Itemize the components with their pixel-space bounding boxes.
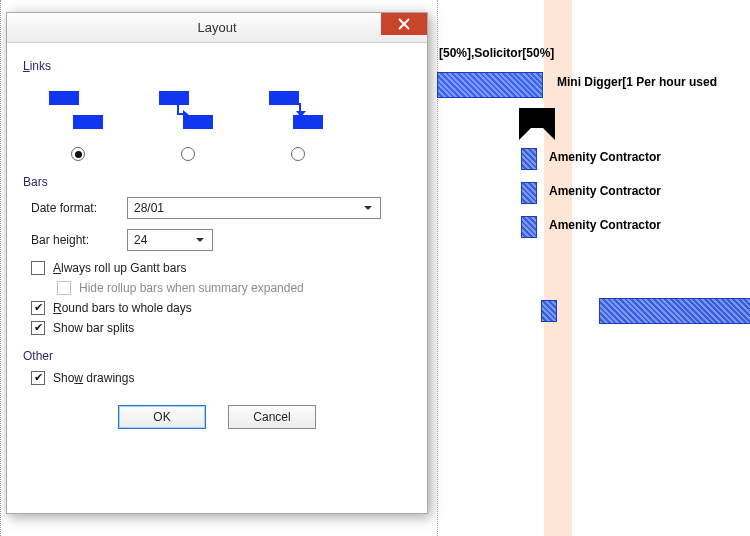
checkbox-icon: [31, 301, 45, 315]
link-style-preview-icon: [153, 85, 223, 133]
checkbox-label: Show drawings: [53, 371, 134, 385]
gantt-task-bar[interactable]: [599, 298, 750, 324]
link-style-preview-icon: [263, 85, 333, 133]
gantt-task-bar[interactable]: [437, 72, 543, 98]
checkbox-label: Show bar splits: [53, 321, 134, 335]
gantt-task-bar[interactable]: [521, 182, 537, 204]
bar-height-select[interactable]: 24: [127, 229, 213, 251]
gantt-assignment-label: [50%],Solicitor[50%]: [439, 46, 554, 60]
link-style-radio[interactable]: [181, 147, 195, 161]
checkbox-icon: [31, 261, 45, 275]
date-format-select[interactable]: 28/01: [127, 197, 381, 219]
checkbox-icon: [31, 371, 45, 385]
gantt-summary-marker[interactable]: [519, 108, 555, 128]
checkbox-label: Hide rollup bars when summary expanded: [79, 281, 304, 295]
checkbox-icon: [31, 321, 45, 335]
dialog-title: Layout: [7, 20, 427, 35]
close-icon: [398, 18, 410, 30]
chevron-down-icon: [360, 203, 376, 213]
section-header-other: Other: [23, 349, 411, 363]
checkbox-label: Always roll up Gantt bars: [53, 261, 186, 275]
checkbox-round-bars[interactable]: Round bars to whole days: [31, 301, 411, 315]
gantt-task-bar[interactable]: [541, 300, 557, 322]
link-style-option-2[interactable]: [153, 85, 223, 161]
checkbox-always-rollup[interactable]: Always roll up Gantt bars: [31, 261, 411, 275]
checkbox-show-drawings[interactable]: Show drawings: [31, 371, 411, 385]
bar-height-label: Bar height:: [31, 233, 117, 247]
section-header-bars: Bars: [23, 175, 411, 189]
gantt-task-label: Amenity Contractor: [549, 184, 661, 198]
date-format-label: Date format:: [31, 201, 117, 215]
link-style-option-1[interactable]: [43, 85, 113, 161]
cancel-button[interactable]: Cancel: [228, 405, 316, 429]
bar-height-value: 24: [134, 233, 192, 247]
link-style-radio[interactable]: [71, 147, 85, 161]
checkbox-icon: [57, 281, 71, 295]
link-style-radio[interactable]: [291, 147, 305, 161]
link-style-preview-icon: [43, 85, 113, 133]
dialog-titlebar[interactable]: Layout: [7, 13, 427, 43]
link-style-options: [23, 81, 411, 169]
button-label: OK: [153, 410, 170, 424]
checkbox-hide-rollup: Hide rollup bars when summary expanded: [57, 281, 411, 295]
chevron-down-icon: [192, 235, 208, 245]
gantt-task-label: Amenity Contractor: [549, 218, 661, 232]
gantt-task-bar[interactable]: [521, 148, 537, 170]
button-label: Cancel: [253, 410, 290, 424]
date-format-value: 28/01: [134, 201, 360, 215]
gantt-task-label: Mini Digger[1 Per hour used: [557, 75, 717, 89]
checkbox-label: Round bars to whole days: [53, 301, 192, 315]
checkbox-show-splits[interactable]: Show bar splits: [31, 321, 411, 335]
gantt-task-label: Amenity Contractor: [549, 150, 661, 164]
ok-button[interactable]: OK: [118, 405, 206, 429]
close-button[interactable]: [381, 13, 427, 35]
gantt-task-bar[interactable]: [521, 216, 537, 238]
link-style-option-3[interactable]: [263, 85, 333, 161]
section-header-links: Links: [23, 59, 411, 73]
layout-dialog: Layout Links: [6, 12, 428, 514]
